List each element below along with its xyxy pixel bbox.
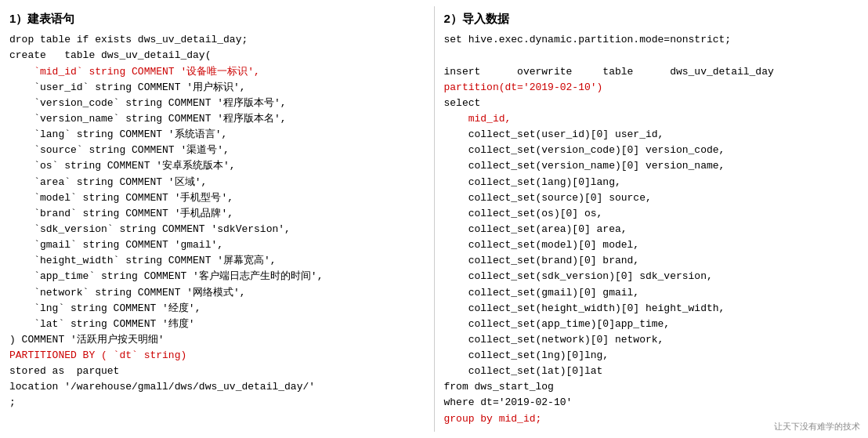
code-line: ; [9, 396, 16, 408]
code-line: `app_time` string COMMENT '客户端日志产生时的时间', [9, 270, 323, 282]
code-line: collect_set(lng)[0]lng, [444, 349, 609, 361]
code-line: `lang` string COMMENT '系统语言', [9, 129, 227, 140]
code-line: create table dws_uv_detail_day( [9, 49, 211, 61]
code-line: `gmail` string COMMENT 'gmail', [9, 239, 223, 251]
code-line: `lat` string COMMENT '纬度' [9, 318, 195, 330]
code-line: collect_set(area)[0] area, [444, 223, 627, 235]
code-line: `source` string COMMENT '渠道号', [9, 144, 230, 156]
code-line: collect_set(height_width)[0] height_widt… [444, 302, 725, 314]
code-line: ) COMMENT '活跃用户按天明细' [9, 334, 165, 346]
code-line: collect_set(version_code)[0] version_cod… [444, 144, 725, 156]
code-line: `network` string COMMENT '网络模式', [9, 287, 246, 299]
right-title: 2）导入数据 [444, 9, 856, 27]
code-line: mid_id, [444, 113, 512, 125]
code-line: collect_set(lat)[0]lat [444, 365, 603, 377]
code-line: `area` string COMMENT '区域', [9, 176, 207, 188]
code-line: stored as parquet [9, 365, 119, 377]
code-line: collect_set(user_id)[0] user_id, [444, 129, 664, 140]
main-container: 1）建表语句 drop table if exists dws_uv_detai… [0, 0, 868, 438]
left-panel: 1）建表语句 drop table if exists dws_uv_detai… [0, 6, 435, 432]
code-line: insert overwrite table dws_uv_detail_day [444, 66, 774, 78]
code-line: collect_set(os)[0] os, [444, 208, 603, 219]
code-line: set hive.exec.dynamic.partition.mode=non… [444, 34, 732, 45]
code-line: `height_width` string COMMENT '屏幕宽高', [9, 255, 277, 266]
page-wrapper: 1）建表语句 drop table if exists dws_uv_detai… [0, 0, 868, 438]
code-line: drop table if exists dws_uv_detail_day; [9, 34, 248, 45]
code-line: collect_set(version_name)[0] version_nam… [444, 160, 725, 172]
code-line: `version_code` string COMMENT '程序版本号', [9, 97, 287, 109]
code-line: collect_set(model)[0] model, [444, 239, 640, 251]
code-line: collect_set(app_time)[0]app_time, [444, 318, 671, 330]
code-line: collect_set(sdk_version)[0] sdk_version, [444, 270, 713, 282]
code-line: `lng` string COMMENT '经度', [9, 302, 201, 314]
watermark: 让天下没有难学的技术 [774, 420, 860, 433]
code-line: partition(dt='2019-02-10') [444, 81, 603, 93]
right-code: set hive.exec.dynamic.partition.mode=non… [444, 32, 856, 427]
code-line: `os` string COMMENT '安卓系统版本', [9, 160, 236, 172]
code-line: select [444, 97, 481, 109]
code-line: collect_set(network)[0] network, [444, 334, 664, 346]
code-line: `version_name` string COMMENT '程序版本名', [9, 113, 287, 125]
code-line: `sdk_version` string COMMENT 'sdkVersion… [9, 223, 291, 235]
left-code: drop table if exists dws_uv_detail_day; … [9, 32, 421, 411]
partition-line: PARTITIONED BY ( `dt` string) [9, 349, 186, 361]
code-line: location '/warehouse/gmall/dws/dws_uv_de… [9, 381, 315, 393]
code-line: `user_id` string COMMENT '用户标识', [9, 81, 246, 93]
code-line: from dws_start_log [444, 381, 554, 393]
code-line: group by mid_id; [444, 413, 542, 425]
code-line: `brand` string COMMENT '手机品牌', [9, 208, 233, 219]
code-line: `model` string COMMENT '手机型号', [9, 192, 233, 204]
code-line: `mid_id` string COMMENT '设备唯一标识', [9, 66, 260, 78]
code-line: collect_set(lang)[0]lang, [444, 176, 621, 188]
code-line: collect_set(brand)[0] brand, [444, 255, 640, 266]
left-title: 1）建表语句 [9, 9, 421, 27]
code-line: collect_set(gmail)[0] gmail, [444, 287, 640, 299]
code-line: collect_set(source)[0] source, [444, 192, 652, 204]
right-panel: 2）导入数据 set hive.exec.dynamic.partition.m… [435, 6, 869, 432]
code-line: where dt='2019-02-10' [444, 396, 573, 408]
